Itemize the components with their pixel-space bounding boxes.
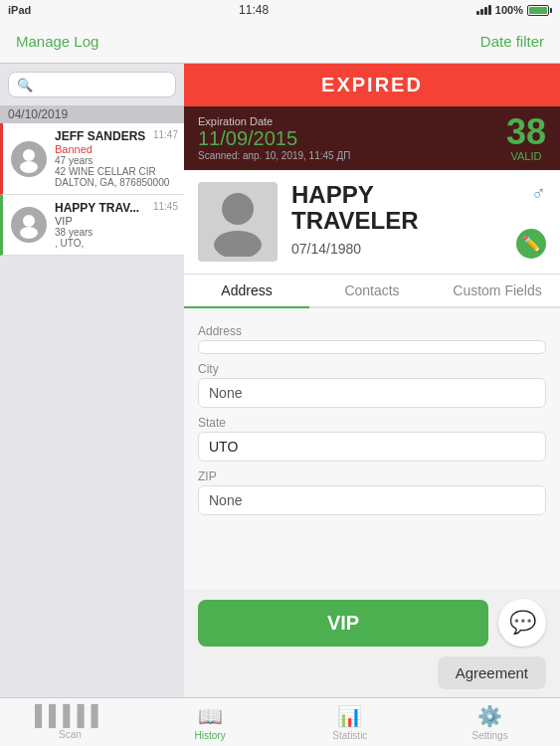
signal-icon [476,5,491,15]
svg-point-1 [20,161,38,173]
history-tab-label: History [195,730,226,741]
profile-section: HAPPY TRAVELER 07/14/1980 ♂ ✏️ [184,170,560,275]
right-panel: EXPIRED Expiration Date 11/09/2015 Scann… [184,64,560,697]
status-right: 100% [476,4,552,16]
expiration-info: Expiration Date 11/09/2015 Scanned: апр.… [198,115,350,161]
profile-actions: ♂ ✏️ [516,182,546,259]
list-item-detail2: 42 WINE CELLAR CIR [55,166,176,177]
main-layout: 🔍 04/10/2019 JEFF SANDERS Banned 47 year… [0,64,560,697]
list-item-status: VIP [55,215,176,227]
status-bar: iPad 11:48 100% [0,0,560,20]
avatar [11,207,47,243]
book-icon: 📖 [198,704,223,728]
chat-icon: 💬 [509,610,536,636]
list-item-time: 11:47 [153,129,178,140]
settings-tab-label: Settings [472,730,508,741]
search-input[interactable] [37,77,167,93]
state-label: State [198,416,546,430]
city-label: City [198,362,546,376]
list-item-detail3: DALTON, GA, 876850000 [55,177,176,188]
date-filter-button[interactable]: Date filter [480,33,544,50]
gender-icon: ♂ [531,182,546,205]
search-icon: 🔍 [17,78,33,93]
bottom-tab-settings[interactable]: ⚙️ Settings [420,700,560,745]
scan-tab-label: Scan [59,729,82,740]
expiration-date: 11/09/2015 [198,127,350,150]
avatar-silhouette-icon [15,145,43,173]
avatar-silhouette-icon [15,211,43,239]
svg-point-4 [222,193,254,225]
device-label: iPad [8,4,31,16]
bottom-tab-scan[interactable]: ▌▌▌▌▌ Scan [0,700,140,744]
tab-contacts[interactable]: Contacts [309,275,435,308]
profile-silhouette-icon [208,187,268,257]
list-item-time: 11:45 [153,201,178,212]
form-section: Address City None State UTO ZIP None [184,308,560,589]
sidebar: 🔍 04/10/2019 JEFF SANDERS Banned 47 year… [0,64,184,697]
expiration-date-label: Expiration Date [198,115,350,127]
profile-dob: 07/14/1980 [291,241,502,257]
state-field[interactable]: UTO [198,432,546,462]
list-item-status: Banned [55,143,176,155]
tab-custom-fields[interactable]: Custom Fields [435,275,560,308]
list-item[interactable]: JEFF SANDERS Banned 47 years 42 WINE CEL… [0,123,184,195]
edit-button[interactable]: ✏️ [516,229,546,259]
chart-icon: 📊 [337,704,362,728]
bottom-tab-bar: ▌▌▌▌▌ Scan 📖 History 📊 Statistic ⚙️ Sett… [0,697,560,746]
valid-badge: 38 VALID [506,114,546,162]
badge-label: VALID [510,150,541,162]
zip-label: ZIP [198,469,546,483]
expiration-row: Expiration Date 11/09/2015 Scanned: апр.… [184,106,560,170]
bottom-tab-history[interactable]: 📖 History [140,700,280,745]
nav-bar: Manage Log Date filter [0,20,560,64]
battery-icon [527,4,552,16]
gear-icon: ⚙️ [477,704,502,728]
badge-number: 38 [506,114,546,150]
detail-tab-bar: Address Contacts Custom Fields [184,275,560,308]
search-bar-container: 🔍 [0,64,184,105]
svg-point-3 [20,227,38,239]
vip-button[interactable]: VIP [198,600,488,647]
bottom-tab-statistic[interactable]: 📊 Statistic [280,700,421,745]
zip-field[interactable]: None [198,485,546,515]
list-item-detail1: 47 years [55,155,176,166]
profile-last-name: TRAVELER [291,208,502,234]
profile-avatar [198,182,278,262]
tab-address[interactable]: Address [184,275,309,308]
svg-point-5 [214,231,262,257]
list-item-detail1: 38 years [55,227,176,238]
list-item-detail3: , UTO, [55,238,176,249]
list-item[interactable]: HAPPY TRAV... VIP 38 years , UTO, 11:45 [0,195,184,256]
profile-first-name: HAPPY [291,182,502,208]
svg-point-0 [23,149,35,161]
battery-percent: 100% [495,4,523,16]
chat-button[interactable]: 💬 [498,599,546,647]
manage-log-button[interactable]: Manage Log [16,33,98,50]
action-row: VIP 💬 [184,589,560,656]
address-field[interactable] [198,340,546,354]
barcode-icon: ▌▌▌▌▌ [35,704,105,727]
date-group-label: 04/10/2019 [0,105,184,123]
agreement-row: Agreement [184,656,560,697]
profile-info: HAPPY TRAVELER 07/14/1980 [291,182,502,257]
city-field[interactable]: None [198,378,546,408]
time-label: 11:48 [239,3,269,17]
scanned-label: Scanned: апр. 10, 2019, 11:45 ДП [198,150,350,161]
address-label: Address [198,324,546,338]
agreement-button[interactable]: Agreement [438,656,546,689]
statistic-tab-label: Statistic [332,730,367,741]
svg-point-2 [23,215,35,227]
expired-banner: EXPIRED [184,64,560,106]
avatar [11,141,47,177]
search-input-wrap[interactable]: 🔍 [8,72,176,97]
